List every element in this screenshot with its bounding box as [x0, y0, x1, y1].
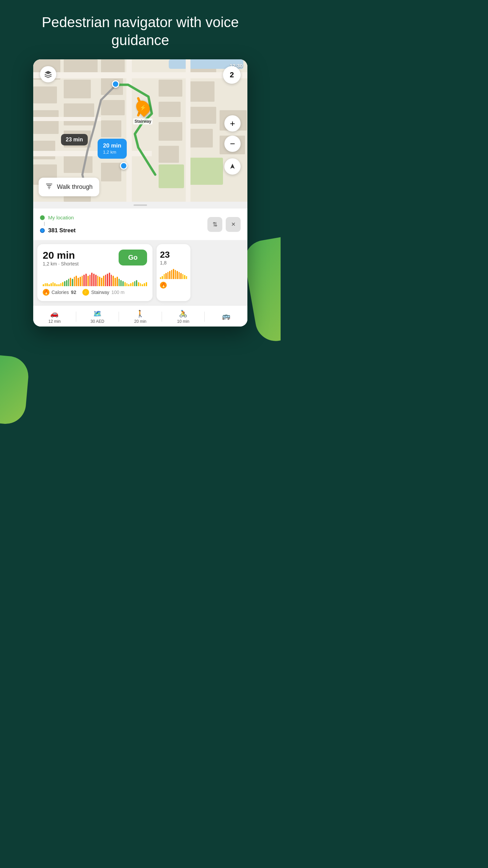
transit-icon: 🚌 — [222, 312, 230, 320]
bg-wave-bottom — [0, 355, 30, 426]
elev-bar — [48, 284, 50, 286]
elev-bar — [95, 275, 97, 286]
walk-through-button[interactable]: Walk through — [39, 178, 99, 196]
drag-handle[interactable] — [33, 202, 247, 209]
alt-extras: 🔥 — [160, 282, 187, 289]
elev-bar-alt — [173, 269, 174, 279]
tab-car[interactable]: 🚗 12 min — [33, 310, 76, 324]
elev-bar — [142, 284, 143, 286]
walk-icon: 🚶 — [136, 310, 144, 318]
walk-time: 20 min — [134, 319, 146, 324]
elev-bar — [122, 281, 124, 286]
route-card-header: 20 min 1,2 km · Shortest Go — [43, 250, 147, 270]
destination-dot — [40, 228, 45, 233]
elev-bar-alt — [175, 270, 176, 279]
elev-bar — [87, 276, 89, 286]
bike-time: 10 min — [177, 319, 189, 324]
elev-bar — [120, 280, 122, 286]
page-title: Pedestrian navigator with voice guidance — [0, 0, 281, 59]
route-count-badge[interactable]: 2 — [223, 66, 241, 84]
elev-bar — [105, 275, 106, 286]
navigation-button[interactable] — [224, 158, 241, 175]
route-card-main[interactable]: 20 min 1,2 km · Shortest Go 🔥 Calories 9… — [37, 244, 152, 301]
elev-bar — [50, 283, 52, 286]
elev-bar — [109, 273, 110, 286]
walk-through-label: Walk through — [57, 183, 93, 191]
elev-bar-alt — [162, 276, 163, 279]
elev-bar-alt — [179, 272, 180, 279]
elev-bar — [119, 279, 120, 286]
elev-bar — [91, 273, 93, 286]
elev-bar — [70, 278, 71, 286]
elev-bar — [136, 280, 137, 286]
elev-bar — [74, 277, 75, 286]
elev-bar — [53, 282, 54, 286]
elev-bar-alt — [177, 271, 178, 279]
elev-bar-alt — [184, 275, 185, 279]
swap-icon: ⇅ — [212, 221, 218, 228]
loc-line — [44, 222, 45, 226]
route-start-dot — [112, 80, 119, 88]
alternate-time-tooltip: 23 min — [61, 134, 88, 145]
stairway-pin: ⚡ — [133, 98, 152, 117]
elev-bar — [85, 274, 87, 286]
tab-bike[interactable]: 🚴 10 min — [162, 310, 205, 324]
alt-route-dist: 1,8 — [160, 260, 187, 265]
zoom-out-button[interactable]: − — [224, 136, 241, 152]
filter-icon — [45, 182, 53, 192]
elev-bar — [132, 282, 134, 286]
alt-elevation-chart — [160, 269, 187, 279]
elev-bar — [68, 279, 69, 286]
swap-route-button[interactable]: ⇅ — [207, 217, 222, 232]
my-location-item: My location — [40, 213, 207, 222]
elev-bar — [113, 276, 114, 286]
go-button[interactable]: Go — [119, 250, 147, 265]
tab-walk[interactable]: 🚶 20 min — [119, 310, 162, 324]
elev-bar — [60, 283, 62, 286]
elev-bar — [126, 283, 128, 286]
elev-bar — [124, 282, 126, 286]
elev-bar-alt — [164, 274, 165, 279]
main-time-tooltip: 20 min 1,2 km — [98, 139, 127, 159]
alt-calories-icon: 🔥 — [160, 282, 167, 289]
alt-calories-item: 🔥 — [160, 282, 167, 289]
elev-bar — [82, 276, 83, 286]
elev-bar-alt — [165, 273, 166, 279]
route-card-alt[interactable]: 23 1,8 🔥 — [157, 244, 190, 301]
elev-bar-alt — [160, 277, 161, 279]
elev-bar — [62, 282, 63, 286]
elev-bar-alt — [167, 272, 168, 279]
tooltip-distance: 1,2 km — [103, 150, 121, 155]
elev-bar — [45, 283, 46, 286]
stairway-extra-value: 100 m — [111, 290, 125, 295]
elev-bar — [93, 274, 95, 286]
tab-taxi[interactable]: 🗺️ 30 AED — [76, 310, 119, 324]
close-icon: ✕ — [231, 221, 236, 228]
stairway-extra-label: Stairway — [91, 290, 109, 295]
layers-button[interactable] — [40, 66, 56, 82]
bike-icon: 🚴 — [179, 310, 187, 318]
location-row: My location 381 Street ⇅ ✕ — [33, 209, 247, 240]
stairway-item: ⚡ Stairway 100 m — [82, 289, 125, 296]
elev-bar — [66, 280, 67, 286]
stairway-marker: ⚡ Stairway — [133, 100, 152, 124]
taxi-icon: 🗺️ — [93, 310, 102, 318]
layers-icon — [44, 70, 52, 78]
route-time: 20 min — [43, 250, 79, 261]
close-route-button[interactable]: ✕ — [226, 217, 241, 232]
elev-bar — [58, 284, 60, 286]
zoom-in-button[interactable]: + — [224, 115, 241, 132]
tab-transit[interactable]: 🚌 — [205, 312, 247, 321]
drag-handle-bar — [134, 204, 147, 206]
elev-bar — [146, 282, 147, 286]
destination-text: 381 Street — [48, 227, 76, 234]
elev-bar — [140, 283, 141, 286]
alt-route-time: 23 — [160, 250, 187, 260]
elev-bar — [97, 276, 99, 286]
elev-bar — [130, 283, 131, 286]
phone-container: 12:30 2 + − ⚡ Stairway — [33, 59, 247, 327]
elev-bar-alt — [180, 273, 181, 279]
destination-item: 381 Street — [40, 226, 207, 235]
elev-bar-alt — [169, 271, 170, 279]
calories-icon: 🔥 — [43, 289, 49, 296]
